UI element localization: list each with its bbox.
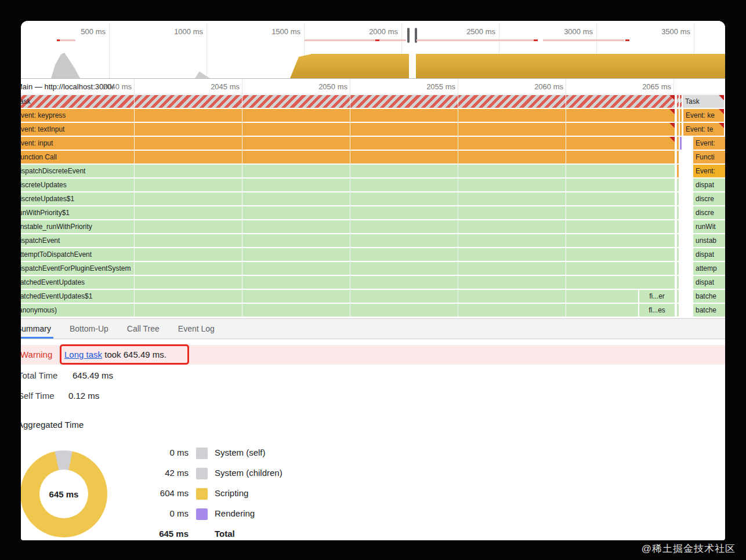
tab-call-tree[interactable]: Call Tree [118,319,169,339]
flame-bar[interactable]: dispat [693,248,725,261]
flame-bar-fragment[interactable] [677,192,679,205]
flame-bar[interactable]: Event: [693,137,725,150]
flame-bar-fragment[interactable] [677,262,679,275]
flame-bar[interactable]: batchedEventUpdates [21,276,675,289]
flame-bar-fragment[interactable] [677,137,679,150]
legend-label: System (children) [215,468,283,478]
watermark: @稀土掘金技术社区 [642,542,736,555]
selection-handle-left[interactable] [407,28,410,43]
flame-bar[interactable]: Task [21,95,675,108]
flame-gridline [242,94,242,317]
flame-chart[interactable]: TaskTaskEvent: keypressEvent: keEvent: t… [21,94,725,317]
flame-bar[interactable]: attemptToDispatchEvent [21,248,675,261]
flame-bar-fragment[interactable] [677,248,679,261]
ruler-gridline [673,79,674,94]
overview-tick-label: 2000 ms [346,27,398,36]
flame-bar[interactable]: dispat [693,179,725,191]
long-task-marker [534,39,538,41]
long-task-marker [543,39,624,41]
legend-value: 42 ms [133,468,189,478]
overview-tick-label: 3500 ms [638,27,690,36]
timeline-overview[interactable]: 500 ms1000 ms1500 ms2000 ms2500 ms3000 m… [21,21,725,79]
flame-bar[interactable]: runWit [693,220,725,233]
flame-bar[interactable]: discreteUpdates [21,179,675,191]
flame-bar[interactable]: discreteUpdates$1 [21,192,675,205]
total-time-row: Total Time 645.49 ms [21,370,265,382]
long-task-link[interactable]: Long task [64,350,102,359]
flame-bar[interactable]: discre [693,192,725,205]
legend-row: 0 msRendering [21,508,334,521]
flame-bar-fragment[interactable] [677,276,679,289]
ruler-tick-label: 2065 ms [619,82,671,91]
flame-bar[interactable]: Function Call [21,151,675,163]
flame-bar[interactable]: Event: te [683,123,724,136]
flame-bar[interactable]: unstab [693,234,725,247]
flame-bar-fragment[interactable] [677,165,679,177]
flame-bar[interactable]: fi...er [639,290,675,303]
flame-bar-fragment[interactable] [677,123,679,136]
flame-bar-fragment[interactable] [677,109,679,122]
long-task-marker [379,39,406,41]
flame-bar-fragment[interactable] [677,290,679,303]
flame-bar-fragment[interactable] [677,304,679,317]
legend-value: 0 ms [133,508,189,518]
warning-message: Long task took 645.49 ms. [64,350,166,359]
flame-bar-fragment[interactable] [677,206,679,219]
flame-bar[interactable]: batche [693,304,725,317]
tab-event-log[interactable]: Event Log [169,319,224,339]
flame-bar[interactable]: Event: input [21,137,675,150]
flame-bar[interactable]: Task [683,95,724,108]
overview-tick-label: 3000 ms [541,27,593,36]
tab-summary[interactable]: Summary [21,319,60,339]
flame-bar-fragment[interactable] [680,95,682,108]
flame-bar[interactable]: Event: ke [683,109,724,122]
ruler-gridline [242,79,242,94]
flame-bar[interactable]: batche [693,290,725,303]
long-task-marker [417,39,534,41]
flame-bar-fragment[interactable] [680,123,682,136]
legend-swatch [196,468,208,479]
ruler-gridline [566,79,566,94]
flame-bar-fragment[interactable] [677,220,679,233]
cpu-activity-hill [51,53,80,78]
flame-bar[interactable]: (anonymous) [21,304,638,317]
flame-bar[interactable]: Event: textInput [21,123,675,136]
flame-bar-fragment[interactable] [680,109,682,122]
flame-bar-fragment[interactable] [677,179,679,191]
ruler-tick-label: 2045 ms [187,82,240,91]
flame-bar-fragment[interactable] [680,137,682,150]
flame-bar[interactable]: Event: keypress [21,109,675,122]
flame-bar-fragment[interactable] [677,234,679,247]
flame-bar[interactable]: dispatchEventForPluginEventSystem [21,262,675,275]
flame-bar[interactable]: runWithPriority$1 [21,206,675,219]
flame-gridline [350,94,350,317]
flame-bar[interactable]: dispat [693,276,725,289]
legend-label: Scripting [215,488,248,498]
main-thread-track-header: Main — http://localhost:3000/ 2040 ms204… [21,79,725,94]
self-time-value: 0.12 ms [68,391,99,401]
flame-gridline [566,94,566,317]
flame-bar[interactable]: unstable_runWithPriority [21,220,675,233]
flame-bar[interactable]: Functi [693,151,725,163]
total-time-label: Total Time [21,370,57,380]
flame-bar[interactable]: attemp [693,262,725,275]
flame-gridline [134,94,135,317]
flame-bar-fragment[interactable] [677,151,679,163]
warning-label: Warning [21,350,52,359]
legend-label: System (self) [215,448,266,457]
flame-bar[interactable]: dispatchEvent [21,234,675,247]
tab-bottom-up[interactable]: Bottom-Up [60,319,118,339]
legend-value: 645 ms [133,529,189,539]
flame-bar[interactable]: dispatchDiscreteEvent [21,165,675,177]
warning-banner: Warning Long task took 645.49 ms. [21,345,725,365]
overview-tick-label: 500 ms [53,27,106,36]
flame-bar[interactable]: discre [693,206,725,219]
flame-bar[interactable]: Event: [693,165,725,177]
flame-bar[interactable]: batchedEventUpdates$1 [21,290,638,303]
flame-bar-fragment[interactable] [677,95,679,108]
devtools-performance-panel: 500 ms1000 ms1500 ms2000 ms2500 ms3000 m… [21,21,725,540]
legend-row: 604 msScripting [21,488,334,501]
legend-label: Rendering [215,508,255,518]
flame-bar[interactable]: fl...es [639,304,675,317]
ruler-tick-label: 2060 ms [511,82,563,91]
